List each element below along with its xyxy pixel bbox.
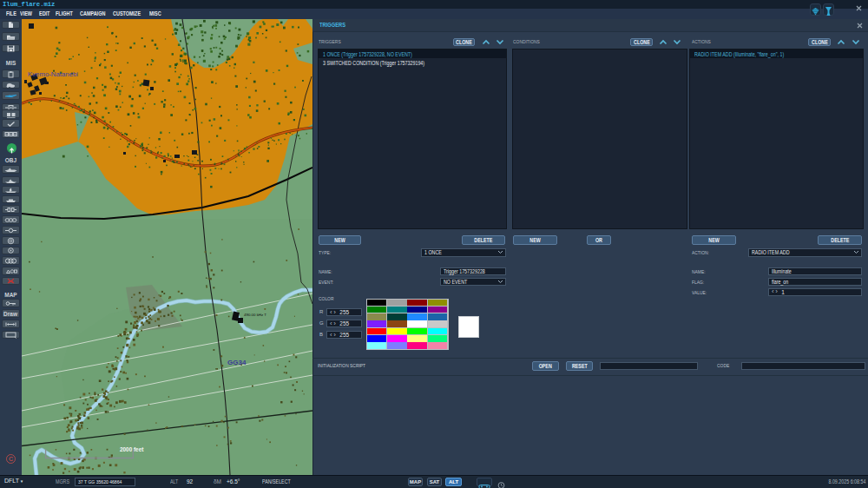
svg-text:490.00 kHz T: 490.00 kHz T bbox=[244, 313, 266, 317]
svg-text:Kvemo-Natanebi: Kvemo-Natanebi bbox=[28, 70, 78, 78]
svg-text:GG34: GG34 bbox=[227, 359, 247, 366]
svg-text:2000 feet: 2000 feet bbox=[120, 446, 144, 452]
